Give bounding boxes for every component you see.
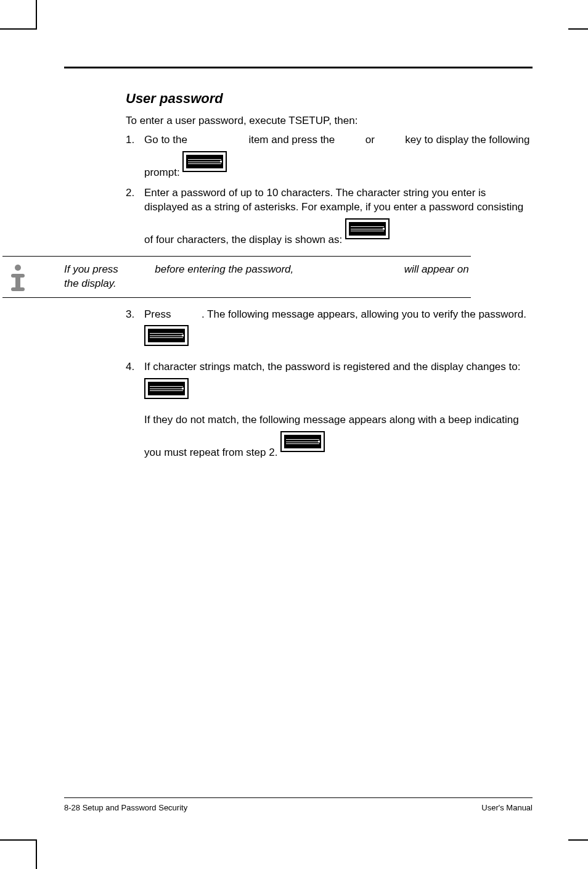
lcd-display-icon	[182, 151, 227, 172]
svg-rect-2	[15, 274, 20, 289]
step-number: 4.	[126, 360, 134, 374]
lcd-display-icon	[345, 218, 390, 239]
footer-right: User's Manual	[481, 803, 533, 812]
svg-rect-3	[11, 287, 25, 291]
crop-mark	[568, 839, 588, 841]
step-4: 4. If character strings match, the passw…	[126, 360, 533, 460]
note-callout: If you press before entering the passwor…	[2, 256, 471, 298]
step-2: 2. Enter a password of up to 10 characte…	[126, 186, 533, 247]
lcd-display-icon	[280, 431, 325, 452]
step-text: Enter a password of up to 10 characters.…	[144, 187, 523, 245]
crop-mark	[568, 28, 588, 30]
content-column-continued: 3. Press . The following message appears…	[126, 308, 533, 461]
step-text: If they do not match, the following mess…	[144, 414, 519, 458]
step-number: 1.	[126, 133, 134, 147]
steps-list: 1. Go to the item and press the or key t…	[126, 133, 533, 247]
crop-mark	[36, 839, 37, 869]
step-number: 2.	[126, 186, 134, 200]
svg-point-0	[15, 265, 21, 271]
note-text: If you press before entering the passwor…	[64, 263, 471, 291]
crop-mark	[36, 0, 37, 30]
page-footer: 8-28 Setup and Password Security User's …	[64, 797, 533, 812]
header-rule	[64, 67, 533, 68]
step-text: If character strings match, the password…	[144, 361, 520, 373]
info-icon	[2, 262, 33, 292]
crop-mark	[0, 28, 37, 30]
intro-text: To enter a user password, execute TSETUP…	[126, 114, 533, 128]
step-1: 1. Go to the item and press the or key t…	[126, 133, 533, 180]
step-text: Press . The following message appears, a…	[144, 308, 526, 320]
lcd-display-icon	[144, 378, 189, 399]
page-body: User password To enter a user password, …	[64, 67, 533, 807]
step-3: 3. Press . The following message appears…	[126, 308, 533, 355]
steps-list-continued: 3. Press . The following message appears…	[126, 308, 533, 461]
content-column: User password To enter a user password, …	[126, 91, 533, 247]
footer-left: 8-28 Setup and Password Security	[64, 803, 187, 812]
crop-mark	[0, 839, 37, 841]
step-number: 3.	[126, 308, 134, 322]
section-title: User password	[126, 91, 533, 107]
lcd-display-icon	[144, 325, 189, 346]
